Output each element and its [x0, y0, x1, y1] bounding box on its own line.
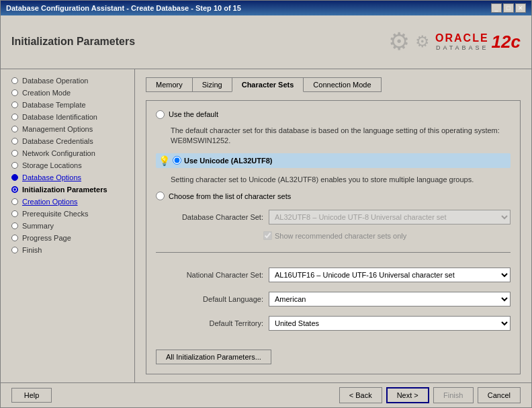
sidebar-item-network-configuration: Network Configuration: [1, 147, 134, 159]
use-default-description: The default character set for this datab…: [171, 126, 511, 147]
default-territory-select[interactable]: United States: [269, 316, 511, 331]
all-initialization-parameters-button[interactable]: All Initialization Parameters...: [156, 350, 271, 364]
radio-use-default-label: Use the default: [169, 110, 218, 118]
radio-use-unicode-row: 💡 Use Unicode (AL32UTF8): [156, 153, 511, 168]
national-char-set-row: National Character Set: AL16UTF16 – Unic…: [156, 268, 511, 282]
default-language-select[interactable]: American: [269, 292, 511, 307]
oracle-sub: DATABASE: [435, 44, 489, 51]
sidebar-item-database-template: Database Template: [1, 99, 134, 111]
maximize-button[interactable]: □: [503, 3, 514, 13]
radio-use-unicode-label: Use Unicode (AL32UTF8): [184, 157, 272, 165]
sidebar-item-initialization-parameters: Initialization Parameters: [1, 183, 134, 196]
default-language-row: Default Language: American: [156, 292, 511, 307]
sidebar-dot-database-template: [11, 101, 18, 108]
sidebar-item-creation-mode: Creation Mode: [1, 87, 134, 99]
sidebar-dot-database-identification: [11, 114, 18, 120]
next-button[interactable]: Next >: [386, 387, 429, 403]
sidebar-dot-creation-mode: [11, 89, 18, 96]
tab-content-character-sets: Use the default The default character se…: [146, 100, 521, 374]
sidebar-dot-database-options: [11, 174, 18, 181]
oracle-logo: ORACLE DATABASE 12c: [435, 32, 521, 52]
main-panel: Memory Sizing Character Sets Connection …: [135, 69, 531, 382]
sidebar-item-creation-options[interactable]: Creation Options: [1, 196, 134, 208]
tab-sizing[interactable]: Sizing: [192, 77, 232, 92]
radio-use-default-row: Use the default: [156, 110, 511, 119]
close-button[interactable]: ✕: [515, 3, 526, 13]
back-button[interactable]: < Back: [339, 387, 382, 403]
national-char-set-label: National Character Set:: [156, 271, 263, 279]
panel-bottom: All Initialization Parameters...: [156, 344, 511, 364]
navigation-buttons: < Back Next > Finish Cancel: [339, 387, 521, 403]
default-language-label: Default Language:: [156, 295, 263, 303]
sidebar-dot-database-credentials: [11, 138, 18, 145]
db-char-set-label: Database Character Set:: [156, 213, 263, 221]
radio-choose-list-label: Choose from the list of character sets: [169, 192, 291, 200]
bulb-icon: 💡: [159, 155, 170, 166]
finish-button[interactable]: Finish: [433, 387, 474, 403]
db-char-set-select[interactable]: AL32UTF8 – Unicode UTF-8 Universal chara…: [269, 210, 511, 225]
sidebar-item-management-options: Management Options: [1, 123, 134, 135]
help-button[interactable]: Help: [11, 388, 52, 403]
header: Initialization Parameters ⚙ ⚙ ORACLE DAT…: [1, 15, 531, 69]
radio-use-unicode[interactable]: [173, 156, 181, 165]
radio-use-default[interactable]: [156, 110, 165, 119]
show-recommended-row: Show recommended character sets only: [263, 231, 511, 240]
oracle-branding: ⚙ ⚙ ORACLE DATABASE 12c: [388, 28, 521, 56]
tab-connection-mode[interactable]: Connection Mode: [303, 77, 381, 92]
page-title: Initialization Parameters: [11, 36, 135, 48]
sidebar-item-database-options[interactable]: Database Options: [1, 171, 134, 183]
main-window: Database Configuration Assistant - Creat…: [0, 0, 532, 408]
sidebar-item-summary: Summary: [1, 220, 134, 232]
sidebar-dot-storage-locations: [11, 162, 18, 169]
db-char-set-row: Database Character Set: AL32UTF8 – Unico…: [156, 210, 511, 225]
oracle-name: ORACLE: [435, 32, 489, 44]
sidebar-dot-creation-options: [11, 198, 18, 205]
tab-character-sets[interactable]: Character Sets: [232, 77, 304, 92]
sidebar: Database Operation Creation Mode Databas…: [1, 69, 135, 382]
national-char-set-select[interactable]: AL16UTF16 – Unicode UTF-16 Universal cha…: [269, 268, 511, 282]
show-recommended-label: Show recommended character sets only: [275, 232, 406, 240]
sidebar-dot-network-configuration: [11, 150, 18, 157]
sidebar-dot-initialization-parameters: [11, 186, 18, 193]
gear-icon-1: ⚙: [388, 28, 410, 56]
sidebar-item-database-credentials: Database Credentials: [1, 135, 134, 147]
main-body: Database Operation Creation Mode Databas…: [1, 69, 531, 382]
gear-icon-2: ⚙: [415, 32, 430, 51]
sidebar-dot-finish: [11, 247, 18, 253]
sidebar-item-prerequisite-checks: Prerequisite Checks: [1, 208, 134, 220]
sidebar-item-database-identification: Database Identification: [1, 111, 134, 123]
bottom-bar: Help < Back Next > Finish Cancel: [1, 382, 531, 407]
divider: [156, 252, 511, 253]
sidebar-item-storage-locations: Storage Locations: [1, 159, 134, 171]
window-controls: _ □ ✕: [491, 3, 526, 13]
tab-bar: Memory Sizing Character Sets Connection …: [146, 77, 521, 92]
sidebar-dot-summary: [11, 222, 18, 229]
title-bar: Database Configuration Assistant - Creat…: [1, 1, 531, 15]
sidebar-item-finish: Finish: [1, 244, 134, 256]
window-title: Database Configuration Assistant - Creat…: [6, 4, 241, 12]
cancel-button[interactable]: Cancel: [478, 387, 521, 403]
sidebar-item-database-operation: Database Operation: [1, 75, 134, 87]
sidebar-dot-management-options: [11, 126, 18, 132]
sidebar-item-progress-page: Progress Page: [1, 232, 134, 244]
minimize-button[interactable]: _: [491, 3, 502, 13]
tab-memory[interactable]: Memory: [146, 77, 193, 92]
sidebar-dot-database-operation: [11, 77, 18, 84]
use-unicode-description: Setting character set to Unicode (AL32UT…: [171, 175, 511, 185]
radio-choose-list-row: Choose from the list of character sets: [156, 192, 511, 200]
sidebar-dot-prerequisite-checks: [11, 210, 18, 217]
oracle-version: 12c: [492, 32, 521, 52]
show-recommended-checkbox[interactable]: [263, 231, 272, 240]
sidebar-dot-progress-page: [11, 235, 18, 241]
default-territory-label: Default Territory:: [156, 319, 263, 327]
radio-choose-list[interactable]: [156, 192, 165, 200]
default-territory-row: Default Territory: United States: [156, 316, 511, 331]
